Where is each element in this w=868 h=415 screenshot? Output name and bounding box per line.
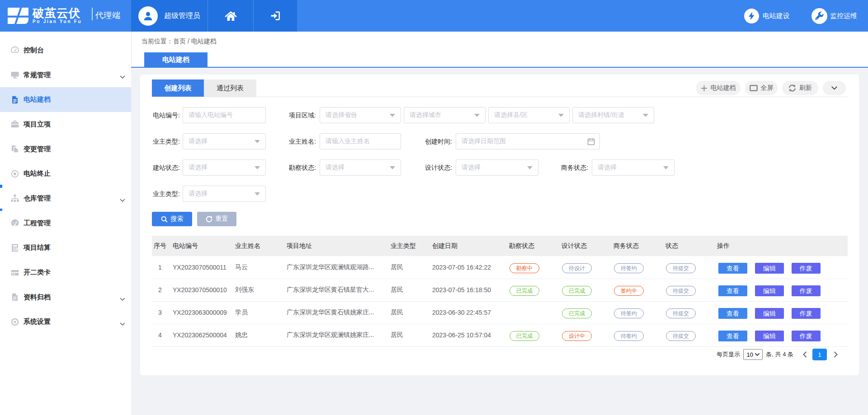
col-design-status: 设计状态 (557, 236, 609, 256)
card-icon (10, 268, 19, 277)
caret-down-icon (390, 114, 395, 117)
table-row: 4 YX2023062500004 姚忠 广东深圳龙华区观澜镇姚家庄... 居民… (152, 324, 848, 346)
sidebar-item-station-archive[interactable]: 电站建档 (0, 87, 131, 112)
void-button[interactable]: 作废 (792, 308, 821, 319)
chevron-down-icon (120, 196, 125, 204)
logo-divider (92, 8, 93, 20)
sidebar-item-console[interactable]: 控制台 (0, 38, 131, 63)
view-button[interactable]: 查看 (718, 331, 747, 341)
status-pill: 待签约 (614, 331, 644, 341)
province-select[interactable]: 请选择省份 (320, 107, 401, 123)
sidebar-item-warehouse[interactable]: 仓库管理 (0, 186, 131, 211)
view-button[interactable]: 查看 (718, 263, 747, 274)
sidebar-item-data-archive[interactable]: 资料归档 (0, 285, 131, 310)
col-actions: 操作 (712, 236, 848, 256)
county-select[interactable]: 请选择县/区 (488, 107, 570, 123)
status-pill: 已完成 (562, 286, 592, 296)
chevron-down-icon (120, 320, 125, 327)
logout-button[interactable] (254, 0, 297, 32)
filter-label-survey-status: 勘察状态: (283, 159, 316, 176)
sidebar-item-change-mgmt[interactable]: 变更管理 (0, 137, 131, 162)
void-button[interactable]: 作废 (792, 285, 821, 296)
chevron-down-icon (120, 73, 125, 80)
owner-type-select[interactable]: 请选择 (183, 133, 266, 149)
caret-down-icon (643, 114, 648, 117)
reset-icon (206, 216, 212, 223)
status-pill: 待提交 (666, 308, 696, 318)
filter-label-owner-name: 业主姓名: (283, 133, 316, 149)
owner-name-input[interactable]: 请输入业主姓名 (320, 133, 401, 149)
edit-button[interactable]: 编辑 (755, 308, 784, 319)
home-button[interactable] (208, 0, 254, 32)
edit-button[interactable]: 编辑 (755, 263, 784, 274)
refresh-button[interactable]: 刷新 (782, 81, 818, 95)
col-index: 序号 (152, 236, 168, 256)
portal-label: 代理端 (95, 10, 121, 21)
col-owner-type: 业主类型 (386, 236, 428, 256)
void-button[interactable]: 作废 (792, 331, 821, 341)
avatar (138, 6, 158, 26)
tab-pass-list[interactable]: 通过列表 (204, 79, 256, 97)
sidebar-item-card[interactable]: 开二类卡 (0, 260, 131, 285)
date-range-input[interactable]: 请选择日期范围 (456, 133, 600, 149)
chevron-right-icon (834, 351, 838, 358)
fullscreen-button[interactable]: 全屏 (745, 81, 778, 95)
next-page-button[interactable] (830, 349, 841, 360)
filter-label-owner-type2: 业主类型: (143, 186, 180, 202)
per-page-label: 每页显示 (717, 350, 740, 359)
per-page-select[interactable]: 10 (743, 349, 763, 360)
tab-underline (131, 67, 868, 68)
select-arrow-icon (755, 353, 760, 356)
table-header-row: 序号 电站编号 业主姓名 项目地址 业主类型 创建日期 勘察状态 设计状态 商务… (152, 236, 848, 256)
tab-create-list[interactable]: 创建列表 (152, 79, 204, 97)
owner-type2-select[interactable]: 请选择 (183, 186, 266, 202)
prev-page-button[interactable] (799, 349, 810, 360)
nav-monitor-ops-label: 监控运维 (830, 12, 857, 20)
status-pill: 设计中 (562, 331, 592, 341)
filter-label-design-status: 设计状态: (419, 159, 452, 176)
archive-icon (10, 293, 19, 302)
table-row: 2 YX2023070500010 刘强东 广东深圳龙华区黄石镇星官大... 居… (152, 279, 848, 301)
sidebar-item-settlement[interactable]: 项目结算 (0, 236, 131, 261)
business-status-select[interactable]: 请选择 (592, 159, 675, 176)
town-select[interactable]: 请选择村镇/街道 (572, 107, 654, 123)
build-status-select[interactable]: 请选择 (183, 159, 266, 176)
search-button[interactable]: 搜索 (152, 212, 192, 226)
table-row: 1 YX2023070500011 马云 广东深圳龙华区观澜镇观湖路... 居民… (152, 256, 848, 279)
wrench-icon (811, 8, 827, 24)
filter-label-owner-type: 业主类型: (143, 133, 180, 149)
nav-station-build[interactable]: 电站建设 (744, 9, 790, 23)
view-button[interactable]: 查看 (718, 285, 747, 296)
scrollbar-fragment (0, 185, 2, 188)
col-address: 项目地址 (282, 236, 386, 256)
page-1-button[interactable]: 1 (812, 349, 827, 360)
pagination: 每页显示 10 条, 共 4 条 1 (717, 348, 841, 361)
copy-icon (10, 145, 19, 154)
sidebar-item-general[interactable]: 常规管理 (0, 63, 131, 88)
sidebar-item-station-terminate[interactable]: 电站终止 (0, 161, 131, 186)
sidebar-item-settings[interactable]: 系统设置 (0, 310, 131, 335)
breadcrumb-path[interactable]: 首页 / 电站建档 (173, 37, 217, 45)
station-no-input[interactable]: 请输入电站编号 (183, 107, 266, 123)
nav-monitor-ops[interactable]: 监控运维 (811, 8, 857, 24)
sidebar-item-engineering[interactable]: 工程管理 (0, 211, 131, 236)
user-menu[interactable]: 超级管理员 (131, 0, 208, 32)
survey-status-select[interactable]: 请选择 (320, 159, 401, 176)
caret-down-icon (558, 114, 564, 117)
col-status: 状态 (661, 236, 712, 256)
collapse-button[interactable] (823, 81, 846, 95)
filter-label-station-no: 电站编号: (143, 107, 180, 123)
edit-button[interactable]: 编辑 (755, 285, 784, 296)
city-select[interactable]: 请选择城市 (404, 107, 486, 123)
void-button[interactable]: 作废 (792, 263, 821, 274)
sitemap-icon (10, 194, 19, 203)
view-button[interactable]: 查看 (718, 308, 747, 319)
edit-button[interactable]: 编辑 (755, 331, 784, 341)
reset-button[interactable]: 重置 (197, 212, 236, 226)
create-station-button[interactable]: 电站建档 (696, 81, 741, 95)
breadcrumb-label: 当前位置： (142, 37, 173, 45)
page-tab-station-archive[interactable]: 电站建档 (144, 52, 208, 67)
caret-down-icon (390, 166, 395, 169)
design-status-select[interactable]: 请选择 (456, 159, 538, 176)
sidebar-item-project-setup[interactable]: 项目立项 (0, 112, 131, 137)
